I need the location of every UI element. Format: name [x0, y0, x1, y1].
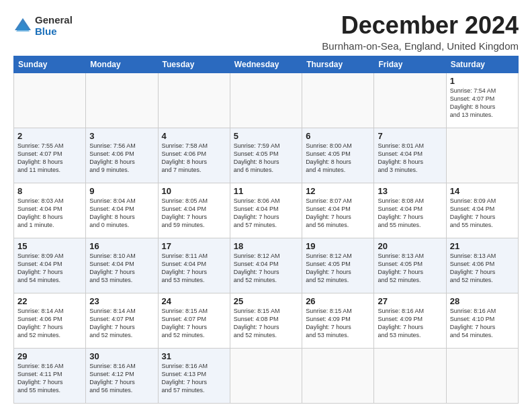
table-row: 31Sunrise: 8:16 AMSunset: 4:13 PMDayligh…	[158, 348, 230, 403]
table-row: 18Sunrise: 8:12 AMSunset: 4:04 PMDayligh…	[230, 238, 302, 293]
table-row: 4Sunrise: 7:58 AMSunset: 4:06 PMDaylight…	[158, 128, 230, 183]
day-info: Sunrise: 8:13 AMSunset: 4:05 PMDaylight:…	[378, 252, 442, 285]
table-row: 12Sunrise: 8:07 AMSunset: 4:04 PMDayligh…	[302, 183, 374, 238]
day-number: 7	[378, 131, 442, 141]
day-info: Sunrise: 8:01 AMSunset: 4:04 PMDaylight:…	[378, 142, 442, 175]
table-row: 5Sunrise: 7:59 AMSunset: 4:05 PMDaylight…	[230, 128, 302, 183]
table-row: 11Sunrise: 8:06 AMSunset: 4:04 PMDayligh…	[230, 183, 302, 238]
day-number: 25	[234, 296, 298, 306]
table-row: 28Sunrise: 8:16 AMSunset: 4:10 PMDayligh…	[446, 293, 518, 348]
day-number: 9	[89, 186, 154, 196]
logo-text: General Blue	[35, 15, 73, 37]
day-info: Sunrise: 8:10 AMSunset: 4:04 PMDaylight:…	[89, 252, 154, 285]
table-row: 8Sunrise: 8:03 AMSunset: 4:04 PMDaylight…	[14, 183, 86, 238]
day-info: Sunrise: 7:59 AMSunset: 4:05 PMDaylight:…	[234, 142, 298, 175]
table-row: 26Sunrise: 8:15 AMSunset: 4:09 PMDayligh…	[302, 293, 374, 348]
calendar-week-5: 22Sunrise: 8:14 AMSunset: 4:06 PMDayligh…	[14, 293, 519, 348]
day-number: 15	[17, 241, 82, 251]
title-block: December 2024 Burnham-on-Sea, England, U…	[322, 12, 519, 52]
day-number: 18	[234, 241, 298, 251]
header: General Blue December 2024 Burnham-on-Se…	[13, 12, 519, 52]
table-row	[302, 348, 374, 403]
table-row: 2Sunrise: 7:55 AMSunset: 4:07 PMDaylight…	[14, 128, 86, 183]
day-info: Sunrise: 7:55 AMSunset: 4:07 PMDaylight:…	[17, 142, 82, 175]
day-info: Sunrise: 8:16 AMSunset: 4:12 PMDaylight:…	[89, 362, 154, 395]
table-row: 27Sunrise: 8:16 AMSunset: 4:09 PMDayligh…	[374, 293, 446, 348]
col-tuesday: Tuesday	[158, 56, 230, 73]
day-info: Sunrise: 8:14 AMSunset: 4:06 PMDaylight:…	[17, 307, 82, 340]
day-number: 16	[89, 241, 154, 251]
day-number: 26	[306, 296, 370, 306]
logo-blue: Blue	[35, 26, 73, 38]
col-wednesday: Wednesday	[230, 56, 302, 73]
day-number: 29	[17, 351, 82, 361]
table-row: 20Sunrise: 8:13 AMSunset: 4:05 PMDayligh…	[374, 238, 446, 293]
day-number: 1	[450, 76, 515, 86]
day-number: 19	[306, 241, 370, 251]
day-info: Sunrise: 8:09 AMSunset: 4:04 PMDaylight:…	[17, 252, 82, 285]
table-row: 23Sunrise: 8:14 AMSunset: 4:07 PMDayligh…	[86, 293, 158, 348]
day-info: Sunrise: 8:08 AMSunset: 4:04 PMDaylight:…	[378, 197, 442, 230]
day-number: 13	[378, 186, 442, 196]
day-number: 17	[162, 241, 226, 251]
table-row	[374, 348, 446, 403]
col-thursday: Thursday	[302, 56, 374, 73]
day-info: Sunrise: 8:13 AMSunset: 4:06 PMDaylight:…	[450, 252, 515, 285]
table-row	[158, 73, 230, 128]
day-info: Sunrise: 8:09 AMSunset: 4:04 PMDaylight:…	[450, 197, 515, 230]
day-number: 31	[162, 351, 226, 361]
day-info: Sunrise: 8:00 AMSunset: 4:05 PMDaylight:…	[306, 142, 370, 175]
calendar-week-6: 29Sunrise: 8:16 AMSunset: 4:11 PMDayligh…	[14, 348, 519, 403]
day-number: 14	[450, 186, 515, 196]
day-info: Sunrise: 7:56 AMSunset: 4:06 PMDaylight:…	[89, 142, 154, 175]
day-info: Sunrise: 8:16 AMSunset: 4:11 PMDaylight:…	[17, 362, 82, 395]
calendar-week-4: 15Sunrise: 8:09 AMSunset: 4:04 PMDayligh…	[14, 238, 519, 293]
table-row: 24Sunrise: 8:15 AMSunset: 4:07 PMDayligh…	[158, 293, 230, 348]
day-info: Sunrise: 8:03 AMSunset: 4:04 PMDaylight:…	[17, 197, 82, 230]
day-info: Sunrise: 8:06 AMSunset: 4:04 PMDaylight:…	[234, 197, 298, 230]
day-number: 12	[306, 186, 370, 196]
day-info: Sunrise: 8:12 AMSunset: 4:05 PMDaylight:…	[306, 252, 370, 285]
table-row: 6Sunrise: 8:00 AMSunset: 4:05 PMDaylight…	[302, 128, 374, 183]
calendar-week-3: 8Sunrise: 8:03 AMSunset: 4:04 PMDaylight…	[14, 183, 519, 238]
day-info: Sunrise: 8:12 AMSunset: 4:04 PMDaylight:…	[234, 252, 298, 285]
day-number: 28	[450, 296, 515, 306]
logo: General Blue	[13, 15, 73, 37]
col-monday: Monday	[86, 56, 158, 73]
day-number: 21	[450, 241, 515, 251]
location-subtitle: Burnham-on-Sea, England, United Kingdom	[322, 40, 519, 52]
day-number: 23	[89, 296, 154, 306]
day-info: Sunrise: 7:58 AMSunset: 4:06 PMDaylight:…	[162, 142, 226, 175]
table-row	[302, 73, 374, 128]
day-info: Sunrise: 8:05 AMSunset: 4:04 PMDaylight:…	[162, 197, 226, 230]
table-row: 19Sunrise: 8:12 AMSunset: 4:05 PMDayligh…	[302, 238, 374, 293]
day-info: Sunrise: 8:15 AMSunset: 4:07 PMDaylight:…	[162, 307, 226, 340]
day-number: 11	[234, 186, 298, 196]
day-info: Sunrise: 8:15 AMSunset: 4:08 PMDaylight:…	[234, 307, 298, 340]
day-number: 2	[17, 131, 82, 141]
table-row	[230, 348, 302, 403]
col-saturday: Saturday	[446, 56, 518, 73]
day-number: 6	[306, 131, 370, 141]
table-row	[446, 128, 518, 183]
col-sunday: Sunday	[14, 56, 86, 73]
day-number: 8	[17, 186, 82, 196]
day-number: 5	[234, 131, 298, 141]
calendar-table: Sunday Monday Tuesday Wednesday Thursday…	[13, 56, 519, 404]
day-info: Sunrise: 8:16 AMSunset: 4:09 PMDaylight:…	[378, 307, 442, 340]
table-row: 9Sunrise: 8:04 AMSunset: 4:04 PMDaylight…	[86, 183, 158, 238]
day-number: 22	[17, 296, 82, 306]
table-row: 14Sunrise: 8:09 AMSunset: 4:04 PMDayligh…	[446, 183, 518, 238]
day-number: 30	[89, 351, 154, 361]
table-row: 3Sunrise: 7:56 AMSunset: 4:06 PMDaylight…	[86, 128, 158, 183]
day-info: Sunrise: 8:16 AMSunset: 4:10 PMDaylight:…	[450, 307, 515, 340]
table-row: 10Sunrise: 8:05 AMSunset: 4:04 PMDayligh…	[158, 183, 230, 238]
day-info: Sunrise: 8:04 AMSunset: 4:04 PMDaylight:…	[89, 197, 154, 230]
col-friday: Friday	[374, 56, 446, 73]
day-info: Sunrise: 8:11 AMSunset: 4:04 PMDaylight:…	[162, 252, 226, 285]
table-row: 7Sunrise: 8:01 AMSunset: 4:04 PMDaylight…	[374, 128, 446, 183]
day-number: 27	[378, 296, 442, 306]
day-number: 3	[89, 131, 154, 141]
calendar-week-2: 2Sunrise: 7:55 AMSunset: 4:07 PMDaylight…	[14, 128, 519, 183]
table-row	[14, 73, 86, 128]
